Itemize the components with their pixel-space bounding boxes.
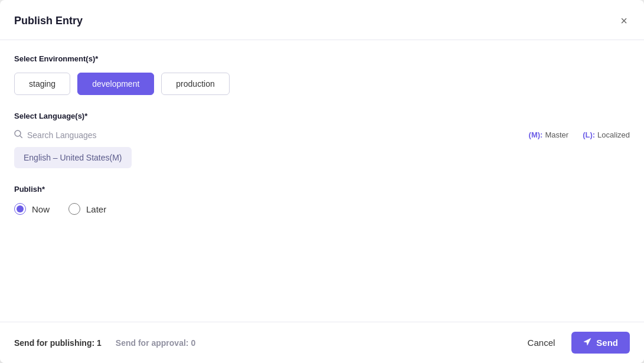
modal-title: Publish Entry [14,15,83,27]
environment-section: Select Environment(s)* staging developme… [14,54,630,95]
send-button[interactable]: Send [571,332,630,354]
footer-actions: Cancel Send [518,332,630,354]
language-tags: English – United States(M) [14,147,630,168]
legend-localized: (L): Localized [583,130,630,139]
send-approval-stat: Send for approval: 0 [116,338,195,348]
search-languages-input[interactable] [27,130,169,140]
legend-localized-value: Localized [597,130,630,139]
legend-localized-key: (L): [583,130,595,139]
send-publishing-count: 1 [97,338,102,348]
publish-section: Publish* Now Later [14,185,630,215]
send-publishing-stat: Send for publishing: 1 [14,338,102,348]
publish-options: Now Later [14,203,630,215]
modal-footer: Send for publishing: 1 Send for approval… [0,322,644,363]
language-search-row: (M): Master (L): Localized [14,130,630,140]
radio-now-label: Now [32,204,50,214]
modal-body: Select Environment(s)* staging developme… [0,40,644,322]
radio-later[interactable] [68,203,80,215]
send-approval-label: Send for approval: [116,338,189,348]
svg-line-1 [20,136,22,138]
footer-stats: Send for publishing: 1 Send for approval… [14,338,195,348]
language-legend: (M): Master (L): Localized [529,130,630,139]
send-approval-count: 0 [191,338,195,348]
legend-master: (M): Master [529,130,569,139]
publish-entry-modal: Publish Entry × Select Environment(s)* s… [0,0,644,363]
language-section: Select Language(s)* (M): Master [14,112,630,168]
send-publishing-label: Send for publishing: [14,338,94,348]
language-tag-english-us[interactable]: English – United States(M) [14,147,132,168]
radio-option-later[interactable]: Later [68,203,106,215]
legend-master-value: Master [545,130,568,139]
environment-buttons: staging development production [14,73,630,95]
legend-master-key: (M): [529,130,543,139]
env-btn-development[interactable]: development [77,73,154,95]
radio-option-now[interactable]: Now [14,203,50,215]
env-btn-staging[interactable]: staging [14,73,70,95]
radio-now[interactable] [14,203,26,215]
send-icon [583,338,591,348]
search-icon [14,130,22,140]
radio-later-label: Later [86,204,106,214]
modal-header: Publish Entry × [0,0,644,40]
cancel-button[interactable]: Cancel [518,332,565,354]
send-label: Send [596,338,618,348]
language-section-label: Select Language(s)* [14,112,630,120]
env-btn-production[interactable]: production [161,73,229,95]
environment-section-label: Select Environment(s)* [14,54,630,63]
close-button[interactable]: × [618,12,630,30]
publish-section-label: Publish* [14,185,630,194]
search-wrapper [14,130,529,140]
